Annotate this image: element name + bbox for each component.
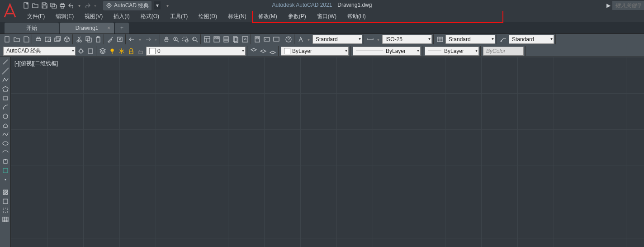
saveas-icon[interactable]	[50, 1, 57, 10]
layer-freeze-icon[interactable]	[118, 47, 126, 55]
menu-help[interactable]: 帮助(H)	[342, 11, 371, 22]
menu-format[interactable]: 格式(O)	[135, 11, 165, 22]
match-prop-icon[interactable]	[106, 35, 114, 43]
open-icon[interactable]	[32, 1, 39, 10]
tablestyle-combo[interactable]: Standard▾	[445, 35, 495, 44]
redo-icon[interactable]	[144, 35, 152, 43]
layer-previous-icon[interactable]	[259, 47, 267, 55]
region-icon[interactable]	[1, 206, 10, 214]
workspace-combo[interactable]: AutoCAD 经典▾	[3, 47, 76, 56]
tab-drawing1[interactable]: Drawing1 ×	[60, 23, 114, 33]
arc-icon[interactable]	[1, 103, 10, 111]
linetype-combo[interactable]: ByLayer▾	[353, 47, 421, 56]
layer-lock-icon[interactable]	[127, 47, 135, 55]
plot-icon[interactable]	[34, 35, 43, 43]
print-icon[interactable]	[59, 1, 66, 10]
dropdown-icon[interactable]: ▾	[137, 37, 142, 42]
menu-dimension[interactable]: 标注(N)	[223, 11, 252, 22]
lineweight-combo[interactable]: ByLayer▾	[425, 47, 479, 56]
layer-states-icon[interactable]	[250, 47, 258, 55]
new-icon[interactable]	[23, 1, 30, 10]
plotstyle-combo[interactable]: ByColor	[483, 47, 524, 56]
ellipse-arc-icon[interactable]	[1, 148, 10, 157]
workspace-settings-icon[interactable]	[77, 47, 85, 55]
menu-window[interactable]: 窗口(W)	[312, 11, 342, 22]
pan-icon[interactable]	[162, 35, 170, 43]
zoom-window-icon[interactable]	[181, 35, 189, 43]
new-icon[interactable]	[3, 35, 11, 43]
dimstyle-combo[interactable]: ISO-25▾	[382, 35, 432, 44]
copy-icon[interactable]	[85, 35, 93, 43]
save-icon[interactable]	[41, 1, 48, 10]
cleanscreen-icon[interactable]	[272, 35, 280, 43]
design-center-icon[interactable]	[213, 35, 221, 43]
zoom-previous-icon[interactable]	[191, 35, 199, 43]
menu-file[interactable]: 文件(F)	[22, 11, 50, 22]
view-label[interactable]: [-][俯视][二维线框]	[14, 60, 58, 67]
insert-block-icon[interactable]	[1, 157, 10, 166]
save-icon[interactable]	[22, 35, 30, 43]
hatch-icon[interactable]	[1, 188, 10, 196]
textstyle-combo[interactable]: Standard▾	[313, 35, 362, 44]
circle-icon[interactable]	[1, 112, 10, 120]
xline-icon[interactable]	[1, 67, 10, 75]
cut-icon[interactable]	[75, 35, 83, 43]
redo-icon[interactable]	[84, 1, 91, 10]
ellipse-icon[interactable]	[1, 139, 10, 147]
menu-draw[interactable]: 绘图(D)	[193, 11, 223, 22]
menu-view[interactable]: 视图(V)	[79, 11, 108, 22]
pline-icon[interactable]	[1, 76, 10, 84]
layer-combo[interactable]: 0▾	[146, 47, 246, 56]
sheet-set-icon[interactable]	[232, 35, 240, 43]
cmdline-icon[interactable]	[263, 35, 271, 43]
tab-new[interactable]: +	[115, 23, 129, 33]
quickcalc-icon[interactable]	[253, 35, 261, 43]
properties-icon[interactable]	[203, 35, 211, 43]
paste-icon[interactable]	[94, 35, 102, 43]
search-arrow-icon[interactable]: ▶	[605, 2, 612, 9]
mleaderstyle-combo[interactable]: Standard▾	[509, 35, 554, 44]
app-logo[interactable]	[2, 3, 18, 19]
help-icon[interactable]	[284, 35, 293, 43]
search-input[interactable]	[612, 1, 644, 10]
dropdown-icon[interactable]: ▾	[153, 37, 158, 42]
make-block-icon[interactable]	[1, 166, 10, 175]
redo-dropdown-icon[interactable]: ▾	[93, 3, 98, 8]
zoom-realtime-icon[interactable]	[172, 35, 180, 43]
dropdown-icon[interactable]: ▾	[376, 37, 381, 42]
dropdown-icon[interactable]: ▾	[306, 37, 311, 42]
menu-edit[interactable]: 编辑(E)	[50, 11, 79, 22]
my-workspace-icon[interactable]	[86, 47, 95, 55]
rectangle-icon[interactable]	[1, 94, 10, 102]
workspace-switcher[interactable]: AutoCAD 经典	[103, 1, 152, 10]
publish-icon[interactable]	[53, 35, 62, 43]
open-icon[interactable]	[13, 35, 21, 43]
undo-icon[interactable]	[68, 1, 75, 10]
menu-parametric[interactable]: 参数(P)	[283, 11, 312, 22]
textstyle-icon[interactable]	[297, 35, 305, 43]
polygon-icon[interactable]	[1, 85, 10, 93]
plot-preview-icon[interactable]	[44, 35, 52, 43]
mleaderstyle-icon[interactable]	[499, 35, 507, 43]
3dprint-icon[interactable]	[63, 35, 71, 43]
spline-icon[interactable]	[1, 130, 10, 138]
line-icon[interactable]	[1, 58, 10, 66]
undo-dropdown-icon[interactable]: ▾	[77, 3, 82, 8]
layer-unlock-icon[interactable]	[137, 47, 145, 55]
menu-tools[interactable]: 工具(T)	[165, 11, 193, 22]
layer-on-icon[interactable]	[108, 47, 116, 55]
point-icon[interactable]	[1, 176, 10, 184]
block-editor-icon[interactable]	[116, 35, 124, 43]
tool-palettes-icon[interactable]	[222, 35, 230, 43]
tablestyle-icon[interactable]	[436, 35, 444, 43]
qat-customize-icon[interactable]: ▾	[165, 3, 170, 8]
table-icon[interactable]	[1, 215, 10, 223]
layer-iso-icon[interactable]	[269, 47, 277, 55]
workspace-dropdown-icon[interactable]: ▾	[154, 1, 161, 10]
close-icon[interactable]: ×	[107, 25, 110, 31]
layer-manager-icon[interactable]	[99, 47, 107, 55]
gradient-icon[interactable]	[1, 197, 10, 205]
undo-icon[interactable]	[128, 35, 136, 43]
menu-insert[interactable]: 插入(I)	[108, 11, 135, 22]
menu-modify[interactable]: 修改(M)	[253, 11, 283, 22]
